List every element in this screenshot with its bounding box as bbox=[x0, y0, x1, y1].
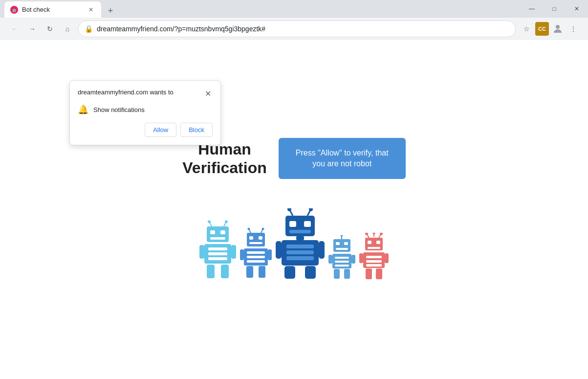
allow-button[interactable]: Allow bbox=[145, 123, 176, 137]
tab-title: Bot check bbox=[22, 6, 83, 13]
svg-rect-34 bbox=[259, 266, 265, 278]
svg-rect-33 bbox=[246, 266, 253, 278]
svg-rect-78 bbox=[366, 260, 382, 263]
svg-rect-63 bbox=[351, 255, 355, 264]
svg-text:🤖: 🤖 bbox=[12, 7, 17, 12]
svg-rect-74 bbox=[376, 241, 380, 244]
minimize-button[interactable]: — bbox=[521, 1, 543, 16]
svg-rect-16 bbox=[231, 245, 236, 259]
svg-rect-9 bbox=[220, 230, 225, 234]
profile-button[interactable] bbox=[551, 22, 565, 36]
extension-button[interactable]: CC bbox=[535, 22, 549, 36]
page-content: dreamteammyfriend.com wants to ✕ 🔔 Show … bbox=[0, 40, 588, 379]
svg-rect-60 bbox=[335, 261, 349, 263]
svg-rect-13 bbox=[208, 252, 227, 255]
svg-rect-17 bbox=[207, 265, 215, 278]
robot-4 bbox=[328, 235, 355, 281]
popup-header: dreamteammyfriend.com wants to ✕ bbox=[78, 89, 213, 98]
svg-rect-59 bbox=[335, 257, 349, 259]
url-text: dreamteammyfriend.com/?p=muztsnbvmq5gi3b… bbox=[97, 25, 509, 33]
home-button[interactable]: ⌂ bbox=[61, 22, 74, 36]
svg-rect-40 bbox=[289, 221, 296, 227]
bookmark-button[interactable]: ☆ bbox=[520, 22, 533, 36]
svg-rect-7 bbox=[207, 226, 229, 242]
popup-close-button[interactable]: ✕ bbox=[203, 89, 213, 98]
tab-favicon: 🤖 bbox=[10, 6, 18, 14]
svg-rect-50 bbox=[284, 266, 295, 279]
svg-rect-10 bbox=[210, 237, 225, 240]
popup-content: 🔔 Show notifications bbox=[78, 104, 213, 115]
svg-rect-75 bbox=[368, 247, 380, 249]
lock-icon: 🔒 bbox=[85, 25, 93, 33]
window-controls: — □ ✕ bbox=[521, 1, 588, 16]
popup-actions: Allow Block bbox=[78, 123, 213, 137]
svg-rect-82 bbox=[366, 268, 372, 279]
robot-5 bbox=[359, 233, 389, 281]
popup-title: dreamteammyfriend.com wants to bbox=[78, 89, 174, 96]
robots-section bbox=[199, 208, 389, 281]
back-button[interactable]: ← bbox=[8, 22, 22, 36]
svg-rect-77 bbox=[366, 256, 382, 258]
svg-rect-83 bbox=[376, 268, 382, 279]
svg-rect-47 bbox=[286, 256, 314, 260]
svg-rect-45 bbox=[286, 245, 314, 248]
menu-button[interactable]: ⋮ bbox=[566, 22, 580, 36]
svg-rect-56 bbox=[344, 242, 348, 245]
active-tab[interactable]: 🤖 Bot check ✕ bbox=[4, 1, 102, 18]
svg-rect-80 bbox=[359, 253, 363, 263]
notification-permission-label: Show notifications bbox=[93, 106, 145, 113]
svg-rect-61 bbox=[335, 265, 349, 267]
robot-3 bbox=[276, 208, 325, 281]
title-bar: 🤖 Bot check ✕ + — □ ✕ bbox=[0, 0, 588, 18]
new-tab-button[interactable]: + bbox=[104, 4, 117, 18]
maximize-button[interactable]: □ bbox=[543, 1, 566, 16]
svg-point-2 bbox=[556, 25, 560, 29]
close-button[interactable]: ✕ bbox=[566, 1, 588, 16]
svg-rect-65 bbox=[344, 269, 350, 279]
svg-rect-8 bbox=[210, 230, 215, 234]
svg-rect-25 bbox=[259, 236, 262, 240]
tabs-container: 🤖 Bot check ✕ + bbox=[4, 0, 521, 18]
svg-rect-18 bbox=[221, 265, 229, 278]
svg-rect-32 bbox=[268, 249, 272, 260]
svg-rect-28 bbox=[247, 251, 265, 254]
svg-rect-41 bbox=[304, 221, 311, 227]
svg-rect-12 bbox=[208, 247, 227, 250]
block-button[interactable]: Block bbox=[180, 123, 213, 137]
address-actions: ☆ CC ⋮ bbox=[520, 22, 580, 36]
svg-rect-79 bbox=[366, 264, 382, 267]
svg-rect-23 bbox=[247, 233, 265, 246]
svg-point-53 bbox=[341, 235, 343, 237]
svg-rect-55 bbox=[336, 242, 340, 245]
notification-popup: dreamteammyfriend.com wants to ✕ 🔔 Show … bbox=[69, 80, 221, 145]
svg-rect-15 bbox=[199, 245, 204, 259]
svg-rect-73 bbox=[368, 241, 371, 244]
svg-point-69 bbox=[372, 233, 375, 234]
svg-rect-42 bbox=[289, 230, 311, 233]
verification-title: Human Verification bbox=[182, 140, 267, 178]
svg-rect-57 bbox=[336, 248, 348, 250]
address-field[interactable]: 🔒 dreamteammyfriend.com/?p=muztsnbvmq5gi… bbox=[78, 21, 516, 37]
svg-rect-81 bbox=[385, 253, 389, 263]
svg-rect-62 bbox=[328, 255, 332, 264]
svg-rect-24 bbox=[249, 236, 253, 240]
svg-rect-46 bbox=[286, 250, 314, 254]
tab-close-button[interactable]: ✕ bbox=[87, 5, 95, 14]
svg-rect-31 bbox=[240, 249, 244, 260]
address-bar: ← → ↻ ⌂ 🔒 dreamteammyfriend.com/?p=muzts… bbox=[0, 18, 588, 40]
forward-button[interactable]: → bbox=[25, 22, 39, 36]
svg-rect-43 bbox=[296, 236, 304, 240]
svg-rect-54 bbox=[333, 239, 350, 252]
svg-rect-64 bbox=[334, 269, 340, 279]
svg-rect-30 bbox=[247, 260, 265, 263]
reload-button[interactable]: ↻ bbox=[43, 22, 57, 36]
verification-cta: Press "Allow" to verify, that you are no… bbox=[279, 138, 406, 179]
svg-rect-49 bbox=[319, 241, 325, 259]
svg-rect-29 bbox=[247, 256, 265, 258]
bell-icon: 🔔 bbox=[78, 104, 88, 115]
robot-2 bbox=[240, 228, 272, 281]
svg-rect-51 bbox=[305, 266, 316, 279]
svg-rect-26 bbox=[249, 242, 262, 244]
robot-1 bbox=[199, 221, 236, 281]
svg-rect-48 bbox=[276, 241, 282, 259]
